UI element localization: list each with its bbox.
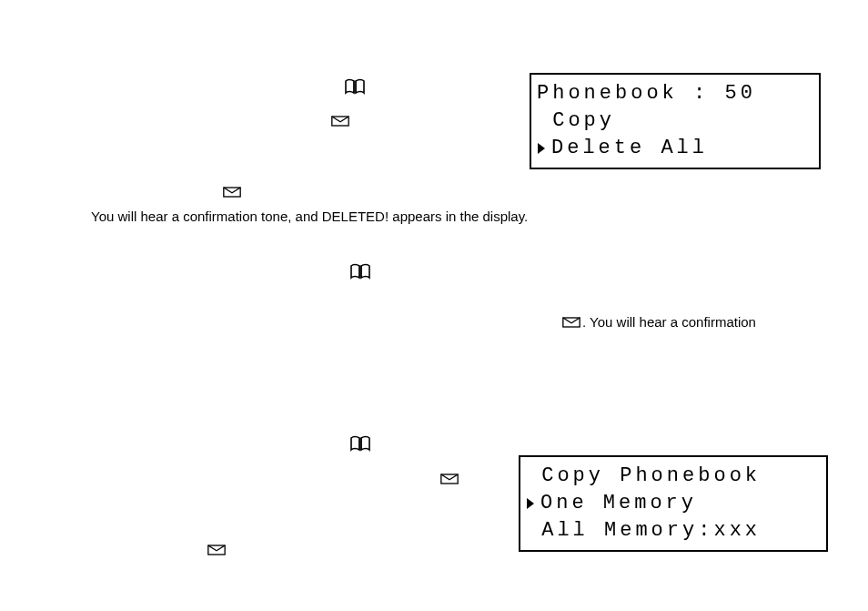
lcd-line: Copy xyxy=(537,107,813,135)
lcd-line: All Memory:xxx xyxy=(526,517,821,545)
lcd-text: One Memory xyxy=(540,490,697,517)
lcd-text: Delete All xyxy=(551,135,708,162)
cursor-icon xyxy=(537,142,546,155)
lcd-text: All Memory:xxx xyxy=(526,517,761,545)
envelope-icon xyxy=(440,474,459,484)
envelope-icon xyxy=(223,187,241,198)
lcd-text: Phonebook : 50 xyxy=(537,80,756,107)
envelope-icon xyxy=(562,317,580,328)
lcd-line: One Memory xyxy=(526,490,821,517)
lcd-text: Copy Phonebook xyxy=(526,463,761,490)
lcd-display-copy-phonebook: Copy Phonebook One Memory All Memory:xxx xyxy=(519,455,828,552)
lcd-display-delete-all: Phonebook : 50 Copy Delete All xyxy=(530,73,821,169)
envelope-icon xyxy=(331,116,349,127)
cursor-icon xyxy=(526,497,535,510)
lcd-line: Phonebook : 50 xyxy=(537,80,813,107)
book-icon xyxy=(344,78,366,95)
instruction-text: . You will hear a confirmation xyxy=(582,314,756,330)
book-icon xyxy=(349,435,371,452)
lcd-text: Copy xyxy=(537,107,615,135)
instruction-text: You will hear a confirmation tone, and D… xyxy=(91,209,528,224)
lcd-line: Copy Phonebook xyxy=(526,463,821,490)
lcd-line: Delete All xyxy=(537,135,813,162)
book-icon xyxy=(349,263,371,280)
envelope-icon xyxy=(207,545,226,555)
